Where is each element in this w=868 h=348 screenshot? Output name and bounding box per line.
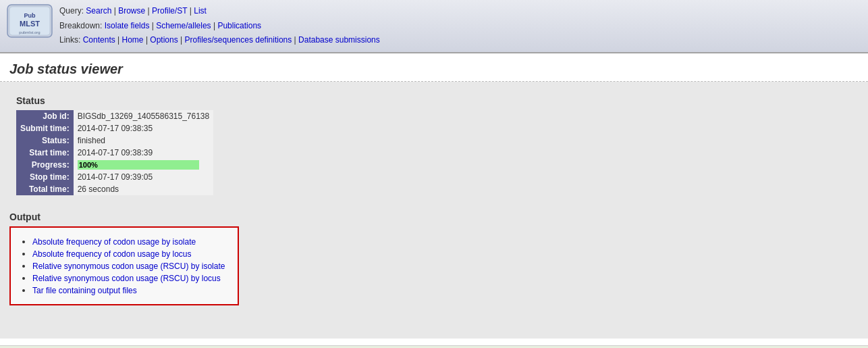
nav-options-link[interactable]: Options xyxy=(150,35,178,45)
query-profilest-link[interactable]: Profile/ST xyxy=(152,6,187,16)
status-value: 26 seconds xyxy=(74,183,214,195)
svg-text:Pub: Pub xyxy=(24,12,36,19)
footer-note: Please note that job results will remain… xyxy=(0,345,868,348)
status-section: Status Job id:BIGSdb_13269_1405586315_76… xyxy=(9,89,859,202)
status-label: Progress: xyxy=(16,159,74,171)
status-value: 100% xyxy=(74,159,214,171)
svg-text:MLST: MLST xyxy=(20,20,40,28)
query-search-link[interactable]: Search xyxy=(86,6,111,16)
query-browse-link[interactable]: Browse xyxy=(118,6,145,16)
output-link-3[interactable]: Relative synonymous codon usage (RSCU) b… xyxy=(32,274,221,283)
svg-text:pubmlst.org: pubmlst.org xyxy=(19,30,40,34)
breakdown-isolate-link[interactable]: Isolate fields xyxy=(105,21,150,30)
status-label: Job id: xyxy=(16,110,74,122)
status-value: 2014-07-17 09:39:05 xyxy=(74,171,214,183)
status-label: Status: xyxy=(16,134,74,147)
output-list: Absolute frequency of codon usage by iso… xyxy=(20,237,228,295)
status-table: Job id:BIGSdb_13269_1405586315_76138Subm… xyxy=(16,110,213,195)
output-box: Absolute frequency of codon usage by iso… xyxy=(9,226,239,305)
status-label: Start time: xyxy=(16,147,74,159)
breakdown-label: Breakdown: xyxy=(59,21,102,30)
status-heading: Status xyxy=(16,95,852,106)
status-value: 2014-07-17 09:38:35 xyxy=(74,122,214,134)
output-list-item: Absolute frequency of codon usage by loc… xyxy=(32,249,228,259)
nav-contents-link[interactable]: Contents xyxy=(83,35,115,45)
breakdown-row: Breakdown: Isolate fields | Scheme/allel… xyxy=(59,19,380,34)
status-value: 2014-07-17 09:38:39 xyxy=(74,147,214,159)
breakdown-scheme-link[interactable]: Scheme/alleles xyxy=(156,21,211,30)
links-row: Links: Contents | Home | Options | Profi… xyxy=(59,33,380,48)
output-list-item: Relative synonymous codon usage (RSCU) b… xyxy=(32,273,228,283)
query-row: Query: Search | Browse | Profile/ST | Li… xyxy=(59,4,380,19)
nav-profiles-link[interactable]: Profiles/sequences definitions xyxy=(185,35,292,45)
nav-home-link[interactable]: Home xyxy=(122,35,144,45)
nav-database-link[interactable]: Database submissions xyxy=(298,35,380,45)
output-link-4[interactable]: Tar file containing output files xyxy=(32,286,137,295)
query-list-link[interactable]: List xyxy=(194,6,207,16)
status-label: Stop time: xyxy=(16,171,74,183)
status-row: Start time:2014-07-17 09:38:39 xyxy=(16,147,213,159)
progress-bar-container: 100% xyxy=(78,160,199,170)
pubmlst-logo: Pub MLST pubmlst.org xyxy=(7,4,53,38)
output-section: Output Absolute frequency of codon usage… xyxy=(9,212,859,305)
output-list-item: Tar file containing output files xyxy=(32,285,228,295)
output-list-item: Relative synonymous codon usage (RSCU) b… xyxy=(32,261,228,271)
status-row: Total time:26 seconds xyxy=(16,183,213,195)
status-row: Progress:100% xyxy=(16,159,213,171)
header: Pub MLST pubmlst.org Query: Search | Bro… xyxy=(0,0,868,53)
output-link-0[interactable]: Absolute frequency of codon usage by iso… xyxy=(32,237,196,247)
status-row: Job id:BIGSdb_13269_1405586315_76138 xyxy=(16,110,213,122)
status-row: Submit time:2014-07-17 09:38:35 xyxy=(16,122,213,134)
status-table-body: Job id:BIGSdb_13269_1405586315_76138Subm… xyxy=(16,110,213,195)
status-label: Total time: xyxy=(16,183,74,195)
breakdown-publications-link[interactable]: Publications xyxy=(217,21,261,30)
query-label: Query: xyxy=(59,6,84,16)
output-link-2[interactable]: Relative synonymous codon usage (RSCU) b… xyxy=(32,262,225,271)
status-row: Status:finished xyxy=(16,134,213,147)
header-nav: Query: Search | Browse | Profile/ST | Li… xyxy=(59,4,380,48)
status-row: Stop time:2014-07-17 09:39:05 xyxy=(16,171,213,183)
status-value: BIGSdb_13269_1405586315_76138 xyxy=(74,110,214,122)
main-content: Status Job id:BIGSdb_13269_1405586315_76… xyxy=(0,82,868,339)
page-title: Job status viewer xyxy=(9,61,859,77)
progress-text: 100% xyxy=(78,160,199,170)
output-heading: Output xyxy=(9,212,859,222)
status-label: Submit time: xyxy=(16,122,74,134)
page-title-bar: Job status viewer xyxy=(0,53,868,82)
output-list-item: Absolute frequency of codon usage by iso… xyxy=(32,237,228,247)
output-link-1[interactable]: Absolute frequency of codon usage by loc… xyxy=(32,249,192,259)
status-value: finished xyxy=(74,134,214,147)
links-label: Links: xyxy=(59,35,80,45)
